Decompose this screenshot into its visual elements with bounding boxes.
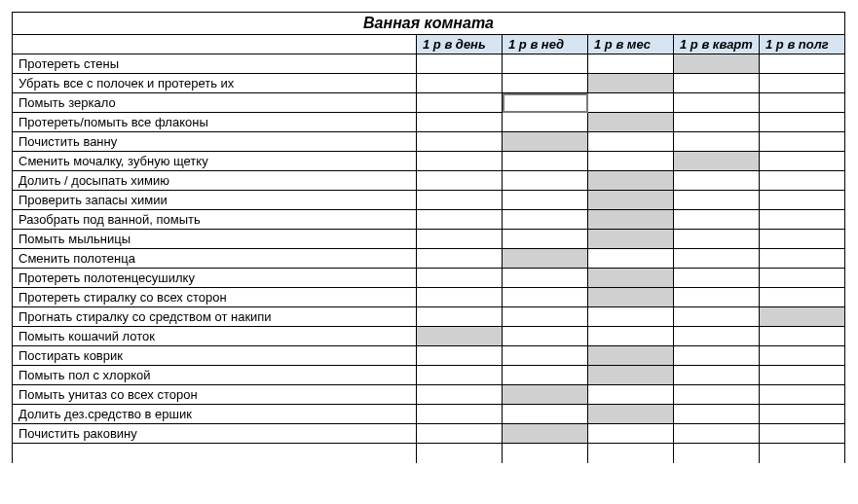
freq-cell[interactable] bbox=[674, 385, 760, 405]
freq-cell[interactable] bbox=[674, 405, 760, 424]
freq-cell[interactable] bbox=[760, 54, 845, 74]
freq-cell[interactable] bbox=[588, 132, 674, 152]
freq-cell[interactable] bbox=[588, 405, 674, 424]
empty-cell[interactable] bbox=[760, 444, 845, 463]
task-cell[interactable]: Долить / досыпать химию bbox=[13, 171, 417, 191]
freq-cell[interactable] bbox=[760, 171, 845, 191]
freq-cell[interactable] bbox=[588, 210, 674, 230]
freq-cell[interactable] bbox=[503, 269, 588, 288]
freq-cell[interactable] bbox=[760, 93, 845, 113]
freq-cell[interactable] bbox=[417, 171, 503, 191]
freq-cell[interactable] bbox=[503, 93, 588, 113]
task-cell[interactable]: Протереть полотенцесушилку bbox=[13, 269, 417, 288]
freq-cell[interactable] bbox=[760, 132, 845, 152]
freq-cell[interactable] bbox=[674, 366, 760, 385]
freq-cell[interactable] bbox=[503, 346, 588, 366]
task-cell[interactable]: Убрать все с полочек и протереть их bbox=[13, 74, 417, 93]
freq-cell[interactable] bbox=[588, 346, 674, 366]
freq-cell[interactable] bbox=[588, 152, 674, 171]
freq-cell[interactable] bbox=[503, 288, 588, 307]
freq-cell[interactable] bbox=[417, 249, 503, 269]
freq-cell[interactable] bbox=[503, 152, 588, 171]
freq-cell[interactable] bbox=[674, 210, 760, 230]
freq-cell[interactable] bbox=[760, 249, 845, 269]
freq-cell[interactable] bbox=[503, 405, 588, 424]
task-cell[interactable]: Помыть кошачий лоток bbox=[13, 327, 417, 346]
task-cell[interactable]: Постирать коврик bbox=[13, 346, 417, 366]
freq-cell[interactable] bbox=[417, 93, 503, 113]
freq-cell[interactable] bbox=[503, 191, 588, 210]
task-cell[interactable]: Разобрать под ванной, помыть bbox=[13, 210, 417, 230]
empty-cell[interactable] bbox=[503, 444, 588, 463]
freq-cell[interactable] bbox=[674, 113, 760, 132]
freq-cell[interactable] bbox=[417, 74, 503, 93]
task-cell[interactable]: Проверить запасы химии bbox=[13, 191, 417, 210]
freq-cell[interactable] bbox=[588, 385, 674, 405]
task-cell[interactable]: Протереть стены bbox=[13, 54, 417, 74]
freq-cell[interactable] bbox=[417, 113, 503, 132]
freq-cell[interactable] bbox=[588, 93, 674, 113]
freq-cell[interactable] bbox=[760, 346, 845, 366]
freq-cell[interactable] bbox=[417, 132, 503, 152]
freq-cell[interactable] bbox=[503, 327, 588, 346]
task-cell[interactable]: Почистить ванну bbox=[13, 132, 417, 152]
freq-cell[interactable] bbox=[674, 191, 760, 210]
freq-cell[interactable] bbox=[588, 74, 674, 93]
freq-cell[interactable] bbox=[760, 366, 845, 385]
freq-cell[interactable] bbox=[588, 249, 674, 269]
freq-cell[interactable] bbox=[760, 269, 845, 288]
freq-cell[interactable] bbox=[588, 366, 674, 385]
task-cell[interactable]: Помыть мыльницы bbox=[13, 230, 417, 249]
empty-cell[interactable] bbox=[417, 444, 503, 463]
freq-cell[interactable] bbox=[588, 269, 674, 288]
freq-cell[interactable] bbox=[417, 405, 503, 424]
freq-cell[interactable] bbox=[674, 230, 760, 249]
task-cell[interactable]: Протереть стиралку со всех сторон bbox=[13, 288, 417, 307]
freq-cell[interactable] bbox=[760, 210, 845, 230]
freq-cell[interactable] bbox=[588, 424, 674, 444]
task-cell[interactable]: Протереть/помыть все флаконы bbox=[13, 113, 417, 132]
freq-cell[interactable] bbox=[760, 405, 845, 424]
freq-cell[interactable] bbox=[417, 424, 503, 444]
freq-cell[interactable] bbox=[588, 288, 674, 307]
freq-cell[interactable] bbox=[503, 307, 588, 327]
freq-cell[interactable] bbox=[417, 327, 503, 346]
freq-cell[interactable] bbox=[674, 288, 760, 307]
freq-cell[interactable] bbox=[588, 54, 674, 74]
freq-cell[interactable] bbox=[674, 54, 760, 74]
empty-cell[interactable] bbox=[13, 444, 417, 463]
freq-cell[interactable] bbox=[417, 307, 503, 327]
freq-cell[interactable] bbox=[503, 113, 588, 132]
freq-cell[interactable] bbox=[503, 54, 588, 74]
task-cell[interactable]: Почистить раковину bbox=[13, 424, 417, 444]
freq-cell[interactable] bbox=[503, 424, 588, 444]
freq-cell[interactable] bbox=[503, 171, 588, 191]
task-cell[interactable]: Помыть зеркало bbox=[13, 93, 417, 113]
freq-cell[interactable] bbox=[674, 346, 760, 366]
freq-cell[interactable] bbox=[417, 288, 503, 307]
freq-cell[interactable] bbox=[674, 74, 760, 93]
freq-cell[interactable] bbox=[588, 327, 674, 346]
freq-cell[interactable] bbox=[760, 327, 845, 346]
task-cell[interactable]: Прогнать стиралку со средством от накипи bbox=[13, 307, 417, 327]
freq-cell[interactable] bbox=[674, 327, 760, 346]
freq-cell[interactable] bbox=[760, 288, 845, 307]
freq-cell[interactable] bbox=[503, 366, 588, 385]
freq-cell[interactable] bbox=[760, 230, 845, 249]
freq-cell[interactable] bbox=[674, 171, 760, 191]
freq-cell[interactable] bbox=[417, 346, 503, 366]
empty-cell[interactable] bbox=[674, 444, 760, 463]
freq-cell[interactable] bbox=[760, 307, 845, 327]
task-cell[interactable]: Долить дез.средство в ершик bbox=[13, 405, 417, 424]
freq-cell[interactable] bbox=[760, 74, 845, 93]
freq-cell[interactable] bbox=[760, 191, 845, 210]
freq-cell[interactable] bbox=[760, 152, 845, 171]
freq-cell[interactable] bbox=[417, 230, 503, 249]
freq-cell[interactable] bbox=[674, 93, 760, 113]
freq-cell[interactable] bbox=[674, 152, 760, 171]
task-cell[interactable]: Сменить мочалку, зубную щетку bbox=[13, 152, 417, 171]
freq-cell[interactable] bbox=[417, 54, 503, 74]
freq-cell[interactable] bbox=[674, 424, 760, 444]
freq-cell[interactable] bbox=[760, 424, 845, 444]
freq-cell[interactable] bbox=[588, 113, 674, 132]
